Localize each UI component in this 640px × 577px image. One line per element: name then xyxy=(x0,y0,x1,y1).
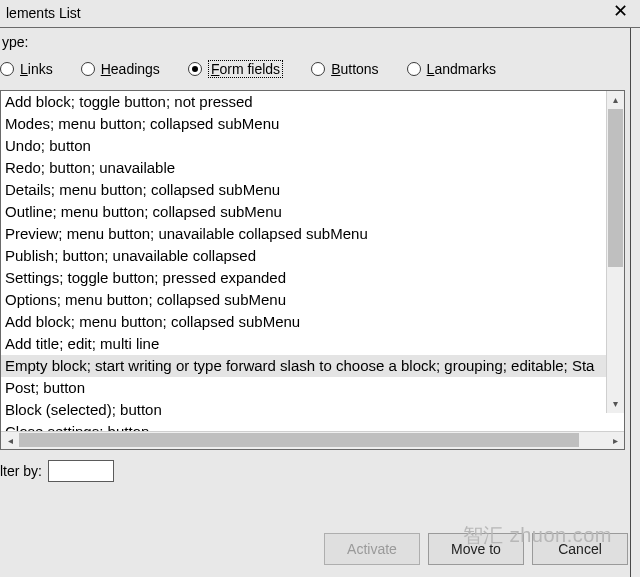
radio-label: Form fields xyxy=(208,60,283,78)
type-radio-form-fields[interactable]: Form fields xyxy=(188,60,283,78)
horizontal-scroll-thumb[interactable] xyxy=(19,433,579,447)
scroll-left-icon[interactable]: ◂ xyxy=(1,432,19,450)
list-item[interactable]: Add block; toggle button; not pressed xyxy=(1,91,606,113)
list-item[interactable]: Empty block; start writing or type forwa… xyxy=(1,355,606,377)
list-item[interactable]: Block (selected); button xyxy=(1,399,606,421)
type-radio-landmarks[interactable]: Landmarks xyxy=(407,61,496,77)
scroll-right-icon[interactable]: ▸ xyxy=(606,432,624,450)
radio-label: Links xyxy=(20,61,53,77)
listbox-items: Add block; toggle button; not pressedMod… xyxy=(1,91,606,431)
list-item[interactable]: Redo; button; unavailable xyxy=(1,157,606,179)
title-bar: lements List ✕ xyxy=(0,0,640,28)
radio-circle-icon xyxy=(311,62,325,76)
type-label: ype: xyxy=(0,34,28,50)
activate-button[interactable]: Activate xyxy=(324,533,420,565)
radio-label: Buttons xyxy=(331,61,378,77)
dialog-buttons: Activate Move to Cancel xyxy=(324,533,628,565)
list-item[interactable]: Add title; edit; multi line xyxy=(1,333,606,355)
list-item[interactable]: Undo; button xyxy=(1,135,606,157)
list-item[interactable]: Details; menu button; collapsed subMenu xyxy=(1,179,606,201)
window-right-edge xyxy=(630,28,640,577)
filter-input[interactable] xyxy=(48,460,114,482)
listbox-viewport: Add block; toggle button; not pressedMod… xyxy=(1,91,624,431)
radio-circle-icon xyxy=(407,62,421,76)
type-radio-buttons[interactable]: Buttons xyxy=(311,61,378,77)
close-icon[interactable]: ✕ xyxy=(607,4,634,18)
vertical-scroll-thumb[interactable] xyxy=(608,109,623,267)
filter-row: lter by: xyxy=(0,450,640,482)
radio-label: Landmarks xyxy=(427,61,496,77)
horizontal-scrollbar[interactable]: ◂ ▸ xyxy=(1,431,624,449)
list-item[interactable]: Add block; menu button; collapsed subMen… xyxy=(1,311,606,333)
type-radio-headings[interactable]: Headings xyxy=(81,61,160,77)
elements-listbox[interactable]: Add block; toggle button; not pressedMod… xyxy=(0,90,625,450)
list-item[interactable]: Preview; menu button; unavailable collap… xyxy=(1,223,606,245)
list-item[interactable]: Options; menu button; collapsed subMenu xyxy=(1,289,606,311)
type-label-row: ype: xyxy=(0,28,640,54)
scroll-down-icon[interactable]: ▾ xyxy=(606,395,624,413)
list-item[interactable]: Publish; button; unavailable collapsed xyxy=(1,245,606,267)
list-item[interactable]: Settings; toggle button; pressed expande… xyxy=(1,267,606,289)
radio-circle-icon xyxy=(0,62,14,76)
list-item[interactable]: Post; button xyxy=(1,377,606,399)
type-radio-links[interactable]: Links xyxy=(0,61,53,77)
radio-circle-icon xyxy=(188,62,202,76)
vertical-scrollbar[interactable]: ▴ ▾ xyxy=(606,91,624,413)
window-title: lements List xyxy=(6,4,81,22)
scroll-up-icon[interactable]: ▴ xyxy=(606,91,624,109)
list-item[interactable]: Outline; menu button; collapsed subMenu xyxy=(1,201,606,223)
type-radio-group: LinksHeadingsForm fieldsButtonsLandmarks xyxy=(0,54,640,90)
list-item[interactable]: Close settings; button xyxy=(1,421,606,431)
radio-label: Headings xyxy=(101,61,160,77)
move-to-button[interactable]: Move to xyxy=(428,533,524,565)
radio-circle-icon xyxy=(81,62,95,76)
list-item[interactable]: Modes; menu button; collapsed subMenu xyxy=(1,113,606,135)
cancel-button[interactable]: Cancel xyxy=(532,533,628,565)
filter-label: lter by: xyxy=(0,463,42,479)
